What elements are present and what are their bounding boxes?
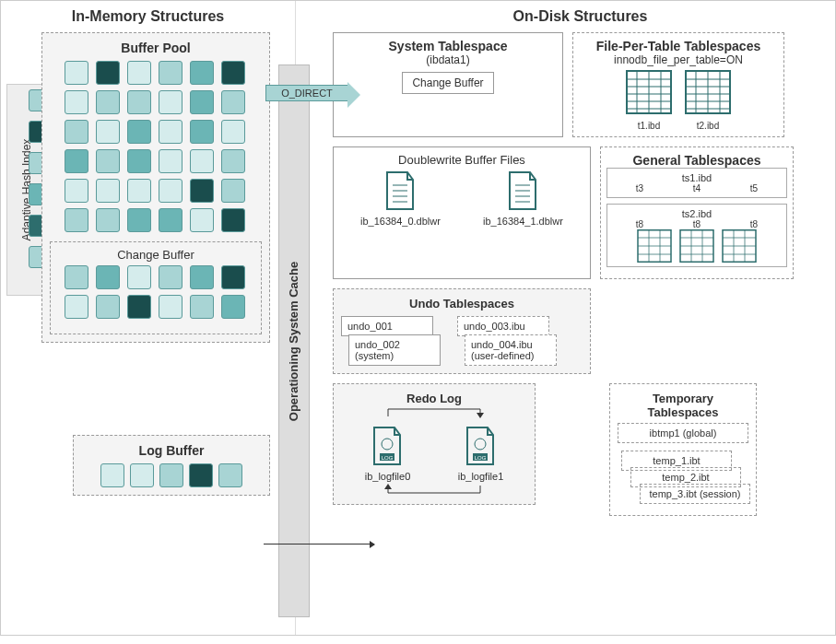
buffer-cell	[159, 208, 183, 232]
buffer-cell	[159, 90, 183, 114]
buffer-cell	[221, 295, 245, 319]
o-direct-label: O_DIRECT	[265, 85, 348, 101]
redo-title: Redo Log	[341, 392, 527, 405]
buffer-cell	[127, 149, 151, 173]
general-title: General Tablespaces	[606, 153, 787, 168]
gen-ts1-c0: t3	[636, 183, 643, 193]
buffer-cell	[65, 90, 88, 114]
buffer-cell	[100, 463, 124, 487]
os-cache-label: Operationing System Cache	[288, 261, 301, 420]
tablespace-icon	[626, 70, 672, 114]
fpt-title: File-Per-Table Tablespaces	[579, 39, 778, 53]
gen-ts2-c2: t8	[750, 219, 758, 229]
buffer-cell	[65, 120, 88, 144]
svg-point-44	[382, 439, 393, 450]
buffer-cell	[190, 265, 214, 289]
file-icon	[383, 170, 417, 211]
undo-004: undo_004.ibu (user-defined)	[465, 334, 557, 366]
fpt-setting: innodb_file_per_table=ON	[579, 53, 778, 66]
redo-log: Redo Log LOG ib_logfile0 LOG ib_logfile1	[333, 383, 536, 505]
general-tablespaces: General Tablespaces ts1.ibd t3 t4 t5 ts2…	[600, 146, 794, 279]
gen-ts2-c0: t8	[636, 219, 643, 229]
buffer-cell	[190, 295, 214, 319]
gen-ts1-c2: t5	[750, 183, 758, 193]
temp-s3: temp_3.ibt (session)	[640, 484, 750, 504]
buffer-cell	[221, 149, 245, 173]
temp-global: ibtmp1 (global)	[618, 423, 748, 443]
doublewrite-title: Doublewrite Buffer Files	[339, 153, 584, 167]
buffer-cell	[127, 265, 151, 289]
buffer-cell	[96, 149, 120, 173]
system-ts-changebuffer: Change Buffer	[402, 72, 493, 94]
buffer-cell	[127, 295, 151, 319]
buffer-cell	[130, 463, 154, 487]
buffer-cell	[159, 463, 183, 487]
buffer-cell	[127, 208, 151, 232]
buffer-cell	[96, 179, 120, 203]
buffer-cell	[127, 61, 151, 85]
buffer-cell	[190, 208, 214, 232]
change-buffer-grid	[56, 265, 255, 319]
buffer-cell	[65, 61, 88, 85]
gen-ts1-c1: t4	[693, 183, 701, 193]
svg-text:LOG: LOG	[475, 455, 487, 461]
buffer-cell	[159, 61, 183, 85]
buffer-cell	[190, 90, 214, 114]
buffer-cell	[221, 120, 245, 144]
buffer-pool: Buffer Pool Change Buffer	[41, 32, 270, 343]
in-memory-title: In-Memory Structures	[8, 8, 288, 25]
buffer-cell	[190, 120, 214, 144]
buffer-cell	[96, 265, 120, 289]
buffer-cell	[190, 149, 214, 173]
cycle-arrow-icon	[370, 405, 499, 420]
log-buffer-cells	[81, 463, 262, 487]
buffer-cell	[96, 61, 120, 85]
buffer-cell	[96, 208, 120, 232]
log-file-icon: LOG	[464, 426, 497, 466]
dblwr-f2: ib_16384_1.dblwr	[483, 216, 563, 227]
buffer-cell	[159, 149, 183, 173]
dblwr-f1: ib_16384_0.dblwr	[360, 216, 441, 227]
fpt-t2: t2.ibd	[681, 121, 735, 131]
buffer-cell	[96, 120, 120, 144]
buffer-cell	[159, 120, 183, 144]
buffer-cell	[65, 179, 88, 203]
in-memory-panel: In-Memory Structures Adaptive Hash Index…	[1, 1, 296, 635]
buffer-cell	[65, 265, 88, 289]
undo-title: Undo Tablespaces	[341, 297, 583, 310]
tablespace-icon	[678, 229, 715, 263]
buffer-pool-grid	[50, 61, 262, 232]
change-buffer-title: Change Buffer	[56, 248, 255, 262]
tablespace-icon	[721, 229, 758, 263]
buffer-cell	[221, 208, 245, 232]
buffer-cell	[127, 179, 151, 203]
os-cache: Operationing System Cache	[278, 64, 310, 617]
file-icon	[506, 170, 539, 211]
redo-f1: ib_logfile0	[365, 471, 411, 482]
undo-tablespaces: Undo Tablespaces undo_001 undo_002 (syst…	[333, 288, 591, 374]
gen-ts2-c1: t8	[693, 219, 701, 229]
log-buffer-title: Log Buffer	[81, 443, 262, 458]
buffer-cell	[127, 90, 151, 114]
buffer-cell	[65, 295, 88, 319]
undo-002: undo_002 (system)	[348, 334, 441, 366]
buffer-cell	[159, 265, 183, 289]
temp-title: Temporary Tablespaces	[618, 392, 748, 419]
log-to-redo-arrow	[264, 544, 374, 544]
log-buffer: Log Buffer	[73, 435, 270, 496]
buffer-cell	[96, 90, 120, 114]
file-per-table-tablespaces: File-Per-Table Tablespaces innodb_file_p…	[572, 32, 784, 137]
on-disk-title: On-Disk Structures	[333, 8, 828, 25]
buffer-cell	[221, 61, 245, 85]
fpt-t1: t1.ibd	[622, 121, 676, 131]
svg-text:LOG: LOG	[382, 455, 394, 461]
buffer-cell	[190, 179, 214, 203]
gen-ts2: ts2.ibd	[611, 208, 783, 219]
temporary-tablespaces: Temporary Tablespaces ibtmp1 (global) te…	[609, 383, 757, 516]
svg-point-47	[475, 439, 486, 450]
redo-f2: ib_logfile1	[458, 471, 504, 482]
buffer-cell	[221, 265, 245, 289]
buffer-cell	[190, 61, 214, 85]
buffer-cell	[221, 90, 245, 114]
buffer-pool-title: Buffer Pool	[50, 41, 262, 55]
